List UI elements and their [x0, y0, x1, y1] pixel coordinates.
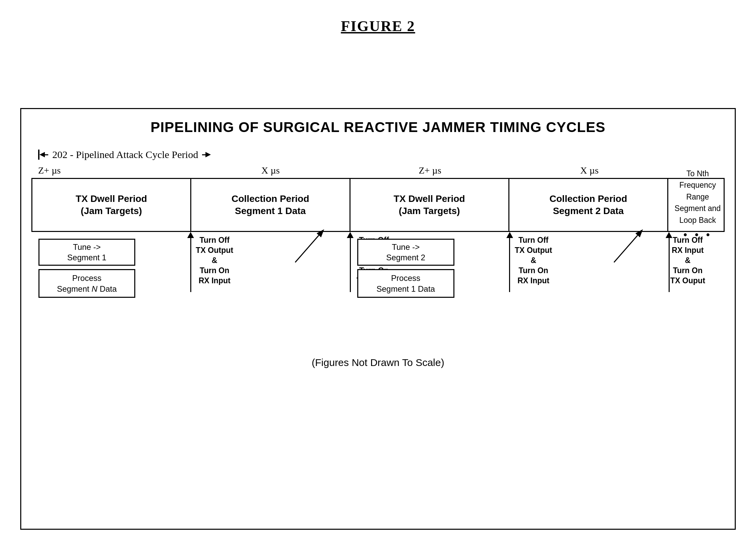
- proc-segN-text: ProcessSegment N Data: [57, 273, 117, 294]
- main-box-1: TX Dwell Period(Jam Targets): [32, 179, 191, 231]
- main-box-1-text: TX Dwell Period(Jam Targets): [76, 193, 147, 217]
- seg-label-1: Z+ µs: [31, 165, 191, 176]
- page-title: FIGURE 2: [0, 0, 756, 35]
- arrow3-label: Turn OffTX Output&Turn OnRX Input: [513, 235, 554, 286]
- proc-seg1-box: ProcessSegment 1 Data: [357, 269, 454, 298]
- arrow-line-right: [202, 154, 205, 155]
- right-arrow: [205, 152, 211, 157]
- left-arrow: [39, 152, 45, 157]
- main-box-4-text: Collection PeriodSegment 2 Data: [550, 193, 627, 217]
- arrow4-label: Turn OffRX Input&Turn OnTX Ouput: [669, 235, 706, 286]
- arrow1: [187, 232, 194, 292]
- sub-content: Tune ->Segment 1 ProcessSegment N Data T…: [31, 232, 725, 347]
- arrow1-head: [187, 232, 194, 238]
- tune-seg1-box: Tune ->Segment 1: [38, 239, 136, 266]
- tune-seg1-text: Tune ->Segment 1: [67, 242, 106, 263]
- sub-area: Tune ->Segment 1 ProcessSegment N Data T…: [31, 232, 725, 347]
- segment-labels-row: Z+ µs X µs Z+ µs X µs: [31, 165, 725, 176]
- arrow2-head: [347, 232, 354, 238]
- seg-label-4: X µs: [510, 165, 669, 176]
- tune-seg2-text: Tune ->Segment 2: [386, 242, 425, 263]
- attack-cycle-label: 202 - Pipelined Attack Cycle Period: [52, 149, 198, 160]
- main-boxes-row: TX Dwell Period(Jam Targets) Collection …: [31, 178, 725, 232]
- seg-label-3: Z+ µs: [350, 165, 510, 176]
- footer-note: (Figures Not Drawn To Scale): [31, 357, 725, 368]
- diagram-container: PIPELINING OF SURGICAL REACTIVE JAMMER T…: [20, 108, 736, 530]
- proc-seg1-text: ProcessSegment 1 Data: [376, 273, 435, 294]
- arrow2: [347, 232, 354, 292]
- main-box-2: Collection PeriodSegment 1 Data: [191, 179, 350, 231]
- main-box-3-text: TX Dwell Period(Jam Targets): [394, 193, 465, 217]
- arrow2-body: [350, 238, 351, 292]
- svg-line-3: [614, 235, 638, 262]
- arrow3-head: [506, 232, 513, 238]
- arrow1-label: Turn OffTX Output&Turn OnRX Input: [194, 235, 235, 286]
- seg-label-2: X µs: [191, 165, 351, 176]
- arrow3-body: [509, 238, 510, 292]
- diag-arrow-area2: [627, 252, 654, 279]
- arrow-line-left: [45, 154, 48, 155]
- svg-line-1: [295, 235, 319, 262]
- nth-dots-area: To Nth Frequency Range Segment and Loop …: [668, 179, 724, 231]
- diagram-title: PIPELINING OF SURGICAL REACTIVE JAMMER T…: [31, 119, 725, 135]
- diag-arrow-svg: [288, 225, 329, 266]
- diag-arrow-area: [309, 252, 336, 279]
- arrow3: [506, 232, 513, 292]
- proc-segN-box: ProcessSegment N Data: [38, 269, 136, 298]
- main-box-3: TX Dwell Period(Jam Targets): [351, 179, 509, 231]
- main-box-2-text: Collection PeriodSegment 1 Data: [231, 193, 309, 217]
- arrow1-body: [190, 238, 191, 292]
- nth-label: To Nth Frequency Range Segment and Loop …: [672, 168, 724, 226]
- diag-arrow-svg2: [607, 225, 648, 266]
- main-box-4: Collection PeriodSegment 2 Data: [509, 179, 668, 231]
- tune-seg2-box: Tune ->Segment 2: [357, 239, 454, 266]
